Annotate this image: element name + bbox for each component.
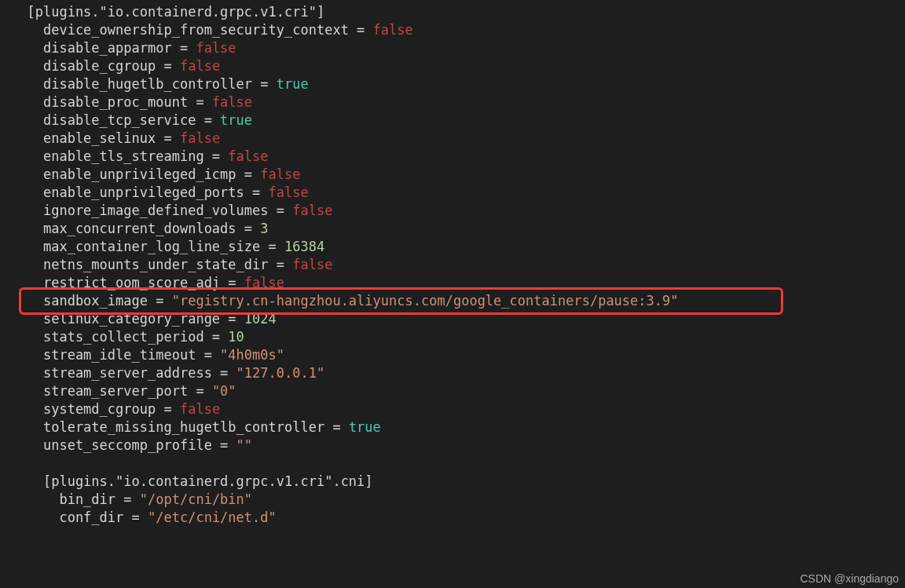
watermark: CSDN @xingdiango — [801, 572, 900, 585]
highlight-box — [19, 287, 783, 315]
config-code-block: [plugins."io.containerd.grpc.v1.cri"] de… — [0, 0, 905, 530]
